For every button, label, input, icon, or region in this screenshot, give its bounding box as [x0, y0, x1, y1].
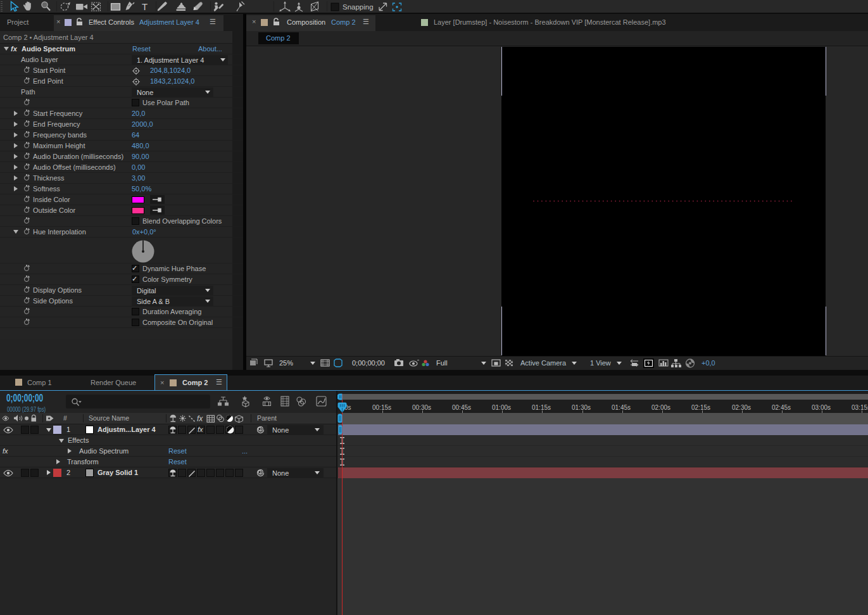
svg-text:Active Camera: Active Camera [520, 359, 567, 367]
svg-text:+0,0: +0,0 [701, 359, 715, 367]
svg-text:Full: Full [436, 359, 448, 367]
svg-text:Parent: Parent [257, 414, 277, 422]
svg-text:0;00;00;00: 0;00;00;00 [352, 359, 385, 367]
svg-text:25%: 25% [279, 359, 293, 367]
svg-text:1 View: 1 View [590, 359, 611, 367]
svg-text:fx: fx [197, 414, 203, 423]
svg-text:T: T [142, 1, 148, 12]
svg-text:Source Name: Source Name [89, 414, 129, 422]
svg-text:#: # [63, 414, 67, 422]
svg-text:Snapping: Snapping [343, 3, 374, 11]
